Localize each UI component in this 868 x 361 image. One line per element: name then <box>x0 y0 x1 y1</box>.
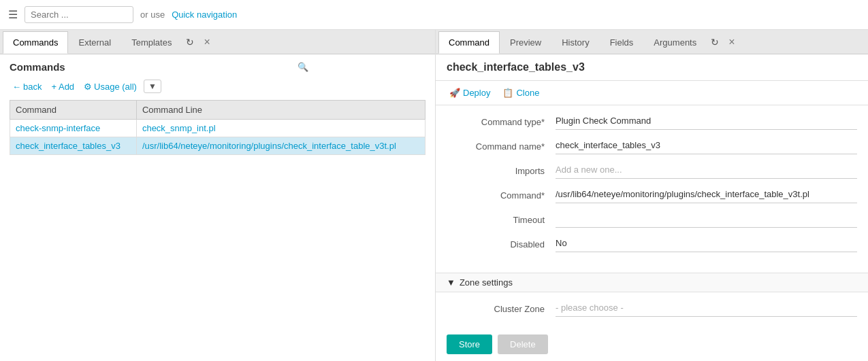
cluster-zone-label: Cluster Zone <box>447 304 556 314</box>
back-arrow-icon: ← <box>12 82 21 92</box>
add-label: + Add <box>51 82 74 92</box>
command-name-label: Command name* <box>447 141 556 152</box>
clone-label: Clone <box>516 88 539 98</box>
timeout-value[interactable] <box>556 211 857 228</box>
left-panel: Commands External Templates ↻ × Commands… <box>0 30 436 361</box>
clone-button[interactable]: 📋 Clone <box>500 86 542 99</box>
imports-input[interactable]: Add a new one... <box>556 162 857 179</box>
command-type-value: Plugin Check Command <box>556 114 857 130</box>
right-tab-bar: Command Preview History Fields Arguments… <box>436 30 868 54</box>
usage-icon: ⚙ <box>84 82 92 92</box>
row2-command[interactable]: check_interface_tables_v3 <box>10 137 137 155</box>
left-close-icon[interactable]: × <box>198 34 215 50</box>
or-use-text: or use <box>140 10 165 20</box>
left-panel-content: Commands 🔍 interface ← back + Add ⚙ Usag… <box>0 54 435 361</box>
store-button[interactable]: Store <box>447 334 492 354</box>
dropdown-button[interactable]: ▼ <box>144 80 161 93</box>
form-row-command-type: Command type* Plugin Check Command <box>447 111 857 133</box>
top-bar: ☰ or use Quick navigation <box>0 0 868 30</box>
back-button[interactable]: ← back <box>10 80 44 93</box>
deploy-label: Deploy <box>463 88 490 98</box>
command-field-value[interactable]: /usr/lib64/neteye/monitoring/plugins/che… <box>556 187 857 203</box>
row1-command-line: check_snmp_int.pl <box>136 120 425 137</box>
command-type-label: Command type* <box>447 117 556 127</box>
detail-title: check_interface_tables_v3 <box>436 54 868 81</box>
imports-label: Imports <box>447 166 556 176</box>
detail-actions: 🚀 Deploy 📋 Clone <box>436 81 868 105</box>
tab-history[interactable]: History <box>551 31 599 53</box>
zone-settings-header[interactable]: ▼ Zone settings <box>436 273 868 292</box>
table-row[interactable]: check_interface_tables_v3 /usr/lib64/net… <box>10 137 425 155</box>
quick-navigation-link[interactable]: Quick navigation <box>172 10 237 20</box>
form-row-disabled: Disabled No <box>447 233 857 255</box>
form-area: Command type* Plugin Check Command Comma… <box>436 105 868 273</box>
commands-header: Commands 🔍 interface <box>10 61 425 73</box>
tab-arguments[interactable]: Arguments <box>643 31 707 53</box>
search-area: 🔍 interface <box>298 62 425 72</box>
hamburger-icon[interactable]: ☰ <box>8 8 18 21</box>
tab-fields[interactable]: Fields <box>600 31 644 53</box>
back-label: back <box>23 82 42 92</box>
search-icon: 🔍 <box>298 62 308 72</box>
form-row-command-name: Command name* check_interface_tables_v3 <box>447 135 857 157</box>
right-refresh-icon[interactable]: ↻ <box>707 34 723 50</box>
tab-templates[interactable]: Templates <box>121 31 182 53</box>
command-field-label: Command* <box>447 190 556 201</box>
form-row-timeout: Timeout <box>447 209 857 230</box>
clone-icon: 📋 <box>502 88 513 98</box>
timeout-label: Timeout <box>447 215 556 225</box>
left-refresh-icon[interactable]: ↻ <box>182 34 198 50</box>
disabled-value: No <box>556 236 857 252</box>
delete-button[interactable]: Delete <box>498 334 548 354</box>
col-command: Command <box>10 101 137 120</box>
deploy-button[interactable]: 🚀 Deploy <box>447 86 493 99</box>
disabled-label: Disabled <box>447 239 556 250</box>
commands-section-title: Commands <box>10 61 65 73</box>
usage-button[interactable]: ⚙ Usage (all) <box>81 80 140 93</box>
tab-commands[interactable]: Commands <box>3 31 68 54</box>
form-row-cluster-zone: Cluster Zone - please choose - <box>447 298 857 320</box>
usage-label: Usage (all) <box>94 82 137 92</box>
form-buttons: Store Delete <box>436 328 868 361</box>
tab-external[interactable]: External <box>68 31 121 53</box>
zone-form-area: Cluster Zone - please choose - <box>436 292 868 328</box>
action-bar: ← back + Add ⚙ Usage (all) ▼ <box>10 80 425 93</box>
form-row-imports: Imports Add a new one... <box>447 160 857 182</box>
deploy-icon: 🚀 <box>449 88 460 98</box>
row2-command-line: /usr/lib64/neteye/monitoring/plugins/che… <box>136 137 425 155</box>
commands-table: Command Command Line check-snmp-interfac… <box>10 100 425 155</box>
left-tab-bar: Commands External Templates ↻ × <box>0 30 435 54</box>
table-row[interactable]: check-snmp-interface check_snmp_int.pl <box>10 120 425 137</box>
tab-preview[interactable]: Preview <box>500 31 551 53</box>
search-input[interactable] <box>25 6 133 23</box>
commands-search-input[interactable]: interface <box>311 62 425 72</box>
right-close-icon[interactable]: × <box>723 34 740 50</box>
cluster-zone-value[interactable]: - please choose - <box>556 300 857 317</box>
col-command-line: Command Line <box>136 101 425 120</box>
command-name-value[interactable]: check_interface_tables_v3 <box>556 138 857 154</box>
main-area: Commands External Templates ↻ × Commands… <box>0 30 868 361</box>
zone-settings-label: Zone settings <box>460 277 513 288</box>
tab-command[interactable]: Command <box>438 31 500 54</box>
form-row-command: Command* /usr/lib64/neteye/monitoring/pl… <box>447 184 857 206</box>
zone-collapse-icon: ▼ <box>447 277 455 288</box>
right-panel: Command Preview History Fields Arguments… <box>436 30 868 361</box>
row1-command[interactable]: check-snmp-interface <box>10 120 137 137</box>
add-button[interactable]: + Add <box>48 80 77 93</box>
